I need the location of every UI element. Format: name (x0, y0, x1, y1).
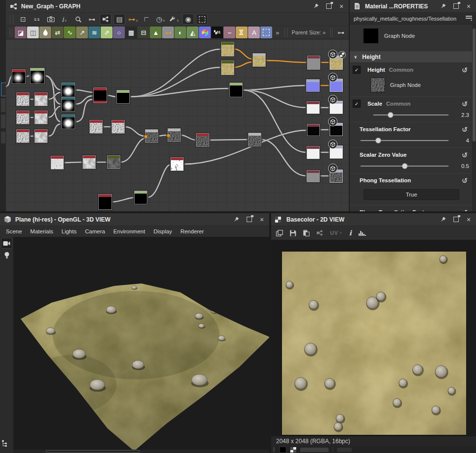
graph-node[interactable] (112, 120, 125, 134)
link-nodes-icon[interactable]: ⊶ (86, 14, 98, 25)
checker-toggle[interactable] (290, 447, 296, 453)
reset-icon[interactable]: ↺× (460, 100, 469, 108)
palette-bitmap-01-icon[interactable]: ▚01 (211, 27, 223, 38)
output-3d-badge-icon[interactable] (328, 50, 337, 59)
output-3d-badge-icon[interactable] (328, 73, 337, 82)
layers-icon[interactable]: ▤ (113, 14, 125, 25)
graph-output-node[interactable] (330, 170, 343, 183)
dock-item[interactable] (1, 132, 5, 143)
graph-link-icon[interactable] (316, 229, 323, 236)
palette-curve-icon[interactable]: ∿ (64, 27, 76, 38)
close-icon[interactable]: × (465, 3, 472, 10)
palette-slope-blur-icon[interactable]: ⇗ (101, 27, 112, 38)
palette-bitmap-icon[interactable]: ◪ (15, 27, 27, 38)
graph-node[interactable] (61, 97, 75, 112)
slider-handle[interactable] (388, 112, 393, 118)
uv-mode-toggle[interactable]: UV∨ (330, 230, 342, 236)
slider-track[interactable] (361, 166, 448, 167)
slider-value[interactable]: 0.5 (452, 163, 469, 169)
restore-icon[interactable] (246, 216, 252, 223)
graph-node[interactable] (16, 129, 29, 143)
graph-node[interactable] (307, 56, 320, 70)
menu-renderer[interactable]: Renderer (180, 228, 204, 234)
graph-canvas[interactable] (6, 39, 349, 212)
palette-transform-icon[interactable] (260, 27, 272, 38)
menu-materials[interactable]: Materials (30, 228, 54, 234)
restore-icon[interactable] (452, 3, 459, 10)
palette-gradient-icon[interactable]: ◐ (174, 27, 186, 38)
checkbox[interactable]: ✓ (353, 66, 361, 74)
scene-tree-icon[interactable] (1, 440, 9, 449)
info-icon[interactable]: i∨ (58, 14, 70, 25)
thumbnail-mode-icon[interactable]: ◉ (182, 14, 194, 25)
graph-node[interactable] (12, 69, 26, 84)
reset-icon[interactable]: ↺× (460, 151, 469, 159)
graph-node[interactable] (61, 114, 75, 129)
node-thumbnail[interactable] (370, 78, 385, 92)
graph-view-icon[interactable] (100, 14, 112, 25)
close-icon[interactable]: × (258, 216, 265, 223)
graph-node[interactable] (170, 157, 184, 171)
palette-directional-warp-icon[interactable]: ⇄ (52, 27, 63, 38)
section-header[interactable]: ∨Height (350, 52, 472, 63)
graph-node[interactable] (229, 83, 243, 97)
reset-icon[interactable]: ↺× (460, 66, 469, 74)
properties-scrollbar[interactable] (472, 25, 476, 212)
palette-mirror-icon[interactable]: ⋈ (236, 27, 248, 38)
graph-node[interactable] (16, 111, 29, 124)
paste-icon[interactable] (303, 229, 309, 236)
graph-node[interactable] (307, 170, 320, 182)
menu-environment[interactable]: Environment (113, 228, 145, 234)
tools-icon[interactable]: ∨ (168, 14, 180, 25)
palette-hsl-icon[interactable] (199, 27, 211, 38)
graph-node[interactable] (16, 92, 29, 106)
scrollbar-thumb[interactable] (46, 450, 140, 453)
palette-height-extrude-icon[interactable]: ▲ (150, 27, 162, 38)
graph-node[interactable] (34, 111, 48, 124)
graph-node[interactable] (307, 101, 320, 114)
zoom-control[interactable] (300, 448, 329, 452)
view3d-viewport[interactable] (13, 237, 269, 450)
graph-node[interactable] (107, 155, 120, 169)
palette-text-icon[interactable]: A (248, 27, 260, 38)
connection-display-icon[interactable]: ⊶∨ (127, 14, 139, 25)
graph-node[interactable] (34, 92, 48, 106)
pin-icon[interactable] (440, 3, 447, 10)
dock-item[interactable] (1, 114, 5, 128)
graph-node[interactable] (116, 90, 130, 104)
slider-handle[interactable] (375, 138, 381, 143)
color-swatch[interactable] (364, 28, 378, 43)
view2d-body[interactable] (271, 240, 476, 436)
graph-node[interactable] (307, 124, 320, 136)
graph-node[interactable] (98, 194, 112, 210)
graph-node[interactable] (145, 129, 158, 143)
menu-display[interactable]: Display (153, 228, 172, 234)
palette-overflow[interactable]: » (273, 29, 282, 36)
graph-node[interactable] (51, 156, 64, 170)
graph-node[interactable] (306, 79, 320, 92)
graph-node[interactable] (168, 128, 181, 142)
checkbox[interactable]: ✓ (353, 100, 361, 108)
palette-shape-icon[interactable]: ○ (113, 27, 125, 38)
light-bulb-icon[interactable] (1, 250, 12, 260)
slider-value[interactable]: 4 (452, 138, 469, 143)
graph-node[interactable] (221, 60, 234, 75)
zoom-one-to-one-icon[interactable]: 1:1 (31, 14, 43, 25)
graph-node[interactable] (83, 155, 96, 169)
properties-menu-icon[interactable]: ▾ (466, 16, 472, 21)
camera-icon[interactable] (1, 238, 12, 249)
pin-icon[interactable] (312, 3, 319, 10)
screenshot-icon[interactable] (45, 14, 56, 25)
graph-output-node[interactable] (330, 145, 343, 159)
graph-node[interactable] (134, 191, 147, 204)
graph-node[interactable] (34, 129, 48, 143)
close-icon[interactable]: × (465, 216, 472, 223)
output-2d-badge-icon[interactable] (338, 51, 346, 58)
histogram-icon[interactable] (359, 230, 366, 236)
graph-output-node[interactable] (330, 101, 343, 114)
linked-size-icon[interactable]: ⊶ (335, 27, 347, 38)
graph-output-node[interactable] (330, 79, 343, 92)
reset-icon[interactable]: ↺× (460, 177, 469, 184)
slider-value[interactable]: 2.3 (452, 112, 469, 118)
view3d-hscrollbar[interactable] (13, 450, 269, 453)
